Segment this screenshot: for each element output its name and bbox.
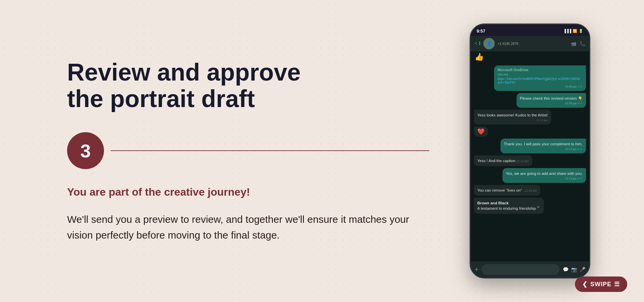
status-time: 9:57 <box>477 29 485 34</box>
card-chevron: ⌄ <box>536 203 540 209</box>
page-container: Review and approve the portrait draft 3 … <box>0 0 644 302</box>
chat-bubble-icon[interactable]: 💬 <box>563 267 569 272</box>
input-action-icons: 💬 📷 🎤 <box>563 267 585 272</box>
main-heading: Review and approve the portrait draft <box>67 59 429 112</box>
wifi-icon: 🛜 <box>573 29 577 33</box>
message-text-revised: Please check this revised version 👇 <box>520 96 583 101</box>
chat-input-bar: + 💬 📷 🎤 <box>471 261 589 278</box>
divider-row: 3 <box>67 132 429 169</box>
message-revised: Please check this revised version 👇 10:3… <box>517 93 586 108</box>
card-content: Brown and Black A testament to enduring … <box>477 200 536 211</box>
contact-info: +1 9145 2679 <box>497 42 568 46</box>
microphone-icon[interactable]: 🎤 <box>580 267 585 272</box>
card-title: Brown and Black <box>477 200 536 206</box>
phone-call-icon[interactable]: 📞 <box>580 41 585 47</box>
message-text-thankyou: Thank you. I will pass your compliment t… <box>504 141 583 147</box>
chat-header: < 1 👤 +1 9145 2679 📹 📞 <box>471 36 589 51</box>
message-time-2: 10:39 pm ✓✓ <box>520 102 583 105</box>
message-text-caption: Yess ! And the caption 11:12 pm <box>477 158 529 163</box>
header-icons: 📹 📞 <box>571 41 585 47</box>
chat-input-field[interactable] <box>482 264 559 275</box>
contact-avatar: 👤 <box>483 38 495 49</box>
message-awesome: Yess looks awesome! Kudos to the Artist!… <box>474 110 551 124</box>
right-content: 9:57 ▐▐▐ 🛜 🔋 < 1 👤 +1 9145 2679 📹 📞 <box>456 23 604 279</box>
status-icons: ▐▐▐ 🛜 🔋 <box>564 29 583 33</box>
phone-mockup: 9:57 ▐▐▐ 🛜 🔋 < 1 👤 +1 9145 2679 📹 📞 <box>470 23 590 279</box>
step-circle: 3 <box>67 132 104 169</box>
onedrive-link[interactable]: https://1drv.ms/f/s!AnR85UP0kmTgjbZ2yyi … <box>497 77 583 84</box>
contact-name: +1 9145 2679 <box>497 42 568 46</box>
heart-emoji: ❤️ <box>477 128 485 135</box>
message-add-share: Yes, we are going to add and share with … <box>502 168 586 183</box>
message-caption: Yess ! And the caption 11:12 pm <box>474 155 532 166</box>
message-card: Brown and Black A testament to enduring … <box>474 198 544 214</box>
battery-icon: 🔋 <box>579 29 583 33</box>
left-content: Review and approve the portrait draft 3 … <box>67 59 456 243</box>
chat-messages: Microsoft OneDrive 1drv.ms https://1drv.… <box>471 63 589 275</box>
phone-notch <box>510 24 550 34</box>
swipe-label: SWIPE <box>590 281 611 288</box>
message-text-awesome: Yess looks awesome! Kudos to the Artist! <box>477 112 548 118</box>
camera-icon[interactable]: 📷 <box>571 267 577 272</box>
message-text-add-share: Yes, we are going to add and share with … <box>506 171 583 176</box>
swipe-lines-icon: ☰ <box>614 281 620 288</box>
body-text: We'll send you a preview to review, and … <box>67 212 429 243</box>
message-time-1: 10:39 pm ✓✓ <box>497 85 583 88</box>
add-attachment-icon[interactable]: + <box>475 266 478 273</box>
back-button[interactable]: < 1 <box>475 41 481 46</box>
video-call-icon[interactable]: 📹 <box>571 41 576 47</box>
sender-label: Microsoft OneDrive <box>497 68 583 72</box>
card-subtitle: A testament to enduring friendship <box>477 206 536 211</box>
divider-line <box>111 150 429 151</box>
swipe-arrow-icon: ❮ <box>582 281 588 288</box>
message-onedrive: Microsoft OneDrive 1drv.ms https://1drv.… <box>494 65 586 91</box>
swipe-button[interactable]: ❮ SWIPE ☰ <box>575 276 627 292</box>
thumb-reaction: 👍 <box>475 53 484 61</box>
signal-icon: ▐▐▐ <box>564 29 571 33</box>
message-time-4: 11:12 pm ✓✓ <box>504 147 583 151</box>
message-remove: You can remove "lives on" 11:14 pm <box>474 185 540 196</box>
message-time-5: 11:13 pm ✓✓ <box>506 177 583 180</box>
message-text-remove: You can remove "lives on" 11:14 pm <box>477 188 537 193</box>
tagline: You are part of the creative journey! <box>67 186 429 198</box>
message-sublabel: 1drv.ms <box>497 72 583 77</box>
message-heart: ❤️ <box>474 127 488 137</box>
step-number: 3 <box>80 140 91 162</box>
message-time-3: 11:11 pm <box>477 118 548 122</box>
message-thankyou: Thank you. I will pass your compliment t… <box>500 139 586 153</box>
